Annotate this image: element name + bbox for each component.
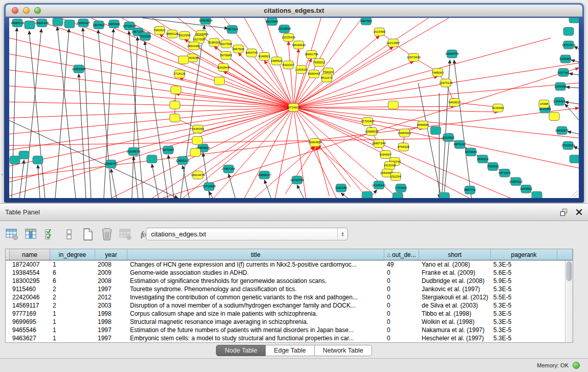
graph-node[interactable] — [532, 191, 542, 198]
column-header-name[interactable]: name — [10, 249, 50, 260]
graph-edge[interactable] — [574, 47, 579, 49]
graph-edge[interactable] — [565, 102, 579, 104]
table-cell[interactable]: 9699695 — [10, 318, 50, 326]
graph-edge[interactable] — [294, 76, 438, 107]
table-row[interactable]: 946554611997Estimation of the future num… — [6, 326, 573, 334]
graph-edge[interactable] — [98, 30, 112, 198]
table-cell[interactable]: 2 — [50, 301, 95, 310]
graph-edge[interactable] — [568, 132, 579, 134]
graph-edge[interactable] — [294, 107, 367, 198]
table-cell[interactable]: 1997 — [95, 334, 127, 342]
table-cell[interactable]: 0 — [384, 310, 419, 318]
graph-edge[interactable] — [444, 133, 450, 198]
graph-edge[interactable] — [566, 87, 579, 88]
table-cell[interactable]: 2012 — [95, 293, 127, 301]
graph-edge[interactable] — [168, 155, 174, 198]
table-cell[interactable]: Estimation of significance thresholds fo… — [127, 277, 384, 285]
graph-node[interactable] — [362, 191, 372, 198]
table-cell[interactable]: 2009 — [95, 269, 127, 277]
graph-edge[interactable] — [224, 72, 294, 107]
table-cell[interactable]: 1 — [50, 334, 95, 342]
table-cell[interactable]: Dudbridge et al. (2008) — [419, 277, 491, 285]
table-cell[interactable]: 5.3E-5 — [491, 310, 557, 318]
table-cell[interactable]: Franke et al. (2009) — [419, 269, 491, 277]
column-header-short[interactable]: short — [419, 249, 491, 260]
graph-node[interactable] — [214, 77, 225, 85]
graph-edge[interactable] — [57, 27, 76, 198]
graph-edge[interactable] — [79, 74, 86, 198]
table-cell[interactable]: 2008 — [95, 277, 127, 285]
table-cell[interactable]: 9465546 — [10, 326, 50, 334]
network-canvas[interactable]: 2405572420691406106533271527902846616010… — [9, 18, 579, 198]
column-header-year[interactable]: year — [95, 249, 127, 260]
graph-node[interactable] — [19, 151, 29, 159]
graph-edge[interactable] — [245, 107, 294, 198]
resize-grip-icon[interactable] — [572, 191, 578, 197]
column-header-title[interactable]: title — [127, 249, 384, 260]
graph-edge[interactable] — [569, 74, 579, 75]
tab-network-table[interactable]: Network Table — [315, 345, 372, 356]
graph-node[interactable] — [170, 101, 180, 109]
table-cell[interactable]: 14569117 — [10, 301, 50, 310]
graph-edge[interactable] — [129, 31, 143, 198]
graph-edge[interactable] — [25, 29, 41, 198]
table-cell[interactable]: Yano et al. (2008) — [419, 260, 491, 269]
table-cell[interactable]: Structural magnetic resonance image aver… — [127, 318, 384, 326]
column-header-in_degree[interactable]: in_degree — [50, 249, 95, 260]
table-cell[interactable]: 1 — [50, 326, 95, 334]
table-cell[interactable]: Investigating the contribution of common… — [127, 293, 384, 301]
table-scrollbar[interactable] — [565, 260, 573, 342]
graph-edge[interactable] — [29, 31, 45, 198]
table-row[interactable]: 969969511998Structural magnetic resonanc… — [6, 318, 573, 326]
graph-node[interactable] — [147, 155, 157, 163]
graph-node[interactable] — [171, 86, 181, 94]
graph-node[interactable] — [569, 18, 579, 23]
table-cell[interactable]: 5.6E-5 — [491, 269, 557, 277]
table-cell[interactable]: 2 — [50, 293, 95, 301]
graph-node[interactable] — [570, 155, 579, 163]
table-cell[interactable]: 9777169 — [10, 310, 50, 318]
table-cell[interactable]: 0 — [384, 334, 419, 342]
graph-node[interactable] — [439, 192, 449, 198]
graph-edge[interactable] — [12, 28, 17, 198]
table-cell[interactable]: Disruption of a novel member of a sodium… — [127, 301, 384, 310]
graph-node[interactable] — [190, 148, 201, 157]
graph-edge[interactable] — [214, 107, 294, 198]
table-cell[interactable]: Changes of HCN gene expression and I(f) … — [127, 260, 384, 269]
table-cell[interactable]: Tibbo et al. (1998) — [419, 310, 491, 318]
table-cell[interactable]: 9115460 — [10, 285, 50, 293]
window-titlebar[interactable]: citations_edges.txt — [6, 5, 582, 17]
graph-node[interactable] — [393, 192, 403, 198]
delete-column-icon[interactable] — [100, 227, 114, 242]
table-row[interactable]: 911546021997Tourette syndrome. Phenomeno… — [6, 285, 573, 293]
memory-status-indicator[interactable] — [573, 362, 580, 369]
table-cell[interactable]: 6 — [50, 269, 95, 277]
table-cell[interactable]: 1 — [50, 310, 95, 318]
table-cell[interactable]: 18300295 — [10, 277, 50, 285]
graph-edge[interactable] — [104, 29, 114, 198]
graph-edge[interactable] — [55, 29, 69, 198]
table-row[interactable]: 946362711997Embryonic stem cells: a mode… — [6, 334, 573, 342]
table-row[interactable]: 1830029562008Estimation of significance … — [6, 277, 573, 285]
table-cell[interactable]: 0 — [384, 301, 419, 310]
graph-node[interactable] — [388, 101, 398, 109]
panel-collapse-arrow-icon[interactable]: ‹ — [0, 171, 4, 178]
graph-edge[interactable] — [286, 146, 315, 194]
table-row[interactable]: 1456911722003Disruption of a novel membe… — [6, 301, 573, 310]
graph-edge[interactable] — [294, 83, 579, 107]
table-cell[interactable]: 2 — [50, 285, 95, 293]
delete-table-icon[interactable] — [119, 227, 133, 242]
table-cell[interactable]: 0 — [384, 285, 419, 293]
table-row[interactable]: 1872400712008Changes of HCN gene express… — [6, 260, 573, 269]
table-cell[interactable]: 0 — [384, 293, 419, 301]
graph-edge[interactable] — [294, 18, 362, 107]
graph-edge[interactable] — [418, 83, 441, 198]
graph-node[interactable] — [64, 20, 75, 28]
graph-node[interactable] — [192, 137, 203, 145]
table-settings-icon[interactable] — [5, 227, 19, 242]
graph-node[interactable] — [549, 113, 559, 121]
close-panel-icon[interactable] — [575, 208, 583, 216]
table-row[interactable]: 977716911998Corpus callosum shape and si… — [6, 310, 573, 318]
table-cell[interactable]: 1 — [50, 318, 95, 326]
graph-edge[interactable] — [132, 37, 138, 198]
